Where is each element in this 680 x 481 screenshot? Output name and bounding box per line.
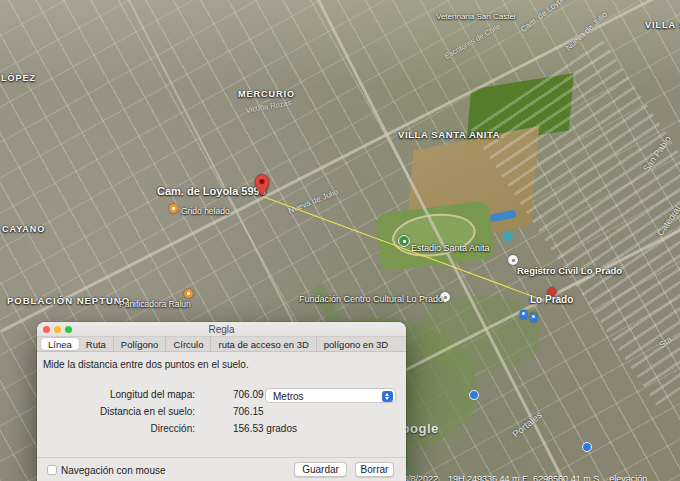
label-registro-civil: Registro Civil Lo Prado bbox=[517, 265, 622, 276]
row-ground-distance: Distancia en el suelo: 706.15 bbox=[37, 403, 406, 420]
clear-button[interactable]: Borrar bbox=[355, 462, 394, 477]
label-grido: Grido helado bbox=[181, 206, 230, 216]
tab-ruta-acceso-3d[interactable]: ruta de acceso en 3D bbox=[211, 337, 316, 351]
transit-stop-icon-1[interactable] bbox=[469, 390, 479, 400]
street-vicuna-rozas: Vicuña Rozas bbox=[245, 98, 292, 115]
dialog-title: Regla bbox=[37, 324, 406, 335]
dialog-footer: Navegación con mouse Guardar Borrar bbox=[37, 462, 406, 481]
save-button[interactable]: Guardar bbox=[294, 462, 347, 477]
mouse-navigation-checkbox[interactable] bbox=[47, 465, 57, 475]
tab-linea[interactable]: Línea bbox=[41, 338, 79, 350]
label-villa-sa: VILLA SA bbox=[645, 20, 680, 30]
ground-distance-value: 706.15 bbox=[233, 406, 264, 417]
label-lopez: LÓPEZ bbox=[1, 73, 36, 83]
metro-entrance-icon-2[interactable] bbox=[530, 313, 537, 322]
street-escritores: Escritores de Chile bbox=[443, 22, 502, 61]
map-length-value: 706.09 bbox=[233, 389, 264, 400]
units-dropdown[interactable]: Metros bbox=[265, 388, 396, 403]
dialog-description: Mide la distancia entre dos puntos en el… bbox=[37, 352, 406, 370]
tab-circulo[interactable]: Círculo bbox=[166, 337, 211, 351]
tab-poligono-3d[interactable]: polígono en 3D bbox=[317, 337, 395, 351]
label-cayano: CAYANO bbox=[2, 224, 45, 234]
swimming-pool-round bbox=[503, 232, 513, 241]
stadium-poi-icon[interactable] bbox=[398, 235, 410, 247]
label-fundacion: Fundación Centro Cultural Lo Prado bbox=[299, 294, 443, 304]
ground-distance-label: Distancia en el suelo: bbox=[37, 406, 195, 417]
label-villa-santa-anita: VILLA SANTA ANITA bbox=[398, 129, 500, 140]
label-veterinaria: Veterinaria San Castel bbox=[436, 12, 516, 21]
row-heading: Dirección: 156.53 grados bbox=[37, 420, 406, 437]
map-length-label: Longitud del mapa: bbox=[37, 389, 195, 400]
label-lo-prado: Lo Prado bbox=[530, 294, 573, 305]
units-dropdown-value: Metros bbox=[273, 391, 304, 402]
metro-entrance-icon-1[interactable] bbox=[520, 310, 527, 319]
label-panificadora: Panificadora Ralun bbox=[119, 299, 191, 309]
tab-bar: Línea Ruta Polígono Círculo ruta de acce… bbox=[37, 337, 406, 352]
panificadora-poi-icon[interactable] bbox=[184, 289, 193, 298]
label-estadio: Estadio Santa Anita bbox=[411, 243, 490, 253]
chevron-up-icon bbox=[385, 393, 389, 396]
status-bar-coordinates: 3/8/2022 19H 249336.44 m E 6298560.41 m … bbox=[403, 474, 647, 481]
street-cam-de-loyola: Cam. de Loyola bbox=[519, 0, 569, 34]
dropdown-stepper-icon[interactable] bbox=[382, 391, 393, 402]
chevron-down-icon bbox=[385, 397, 389, 400]
row-map-length: Longitud del mapa: 706.09 Metros bbox=[37, 386, 406, 403]
registro-civil-poi-icon[interactable] bbox=[508, 255, 518, 265]
measurement-form: Longitud del mapa: 706.09 Metros Distanc… bbox=[37, 386, 406, 437]
label-mercurio: MERCURIO bbox=[238, 89, 295, 99]
placemark-pin-icon[interactable] bbox=[255, 174, 269, 196]
ruler-dialog: Regla Línea Ruta Polígono Círculo ruta d… bbox=[37, 322, 406, 481]
transit-stop-icon-2[interactable] bbox=[582, 442, 592, 452]
tab-ruta[interactable]: Ruta bbox=[79, 337, 114, 351]
heading-label: Dirección: bbox=[37, 423, 195, 434]
footer-divider bbox=[37, 457, 406, 458]
mouse-navigation-label: Navegación con mouse bbox=[61, 465, 166, 476]
heading-value: 156.53 grados bbox=[233, 423, 297, 434]
label-poblacion-neptuno: POBLACIÓN NEPTUNO bbox=[7, 295, 130, 306]
dialog-titlebar[interactable]: Regla bbox=[37, 322, 406, 337]
tab-poligono[interactable]: Polígono bbox=[114, 337, 167, 351]
street-nueva-de-julio-1: Nueva de Julio bbox=[287, 187, 339, 215]
grido-helado-poi-icon[interactable] bbox=[169, 204, 178, 213]
label-placemark: Cam. de Loyola 5990 bbox=[157, 185, 266, 197]
